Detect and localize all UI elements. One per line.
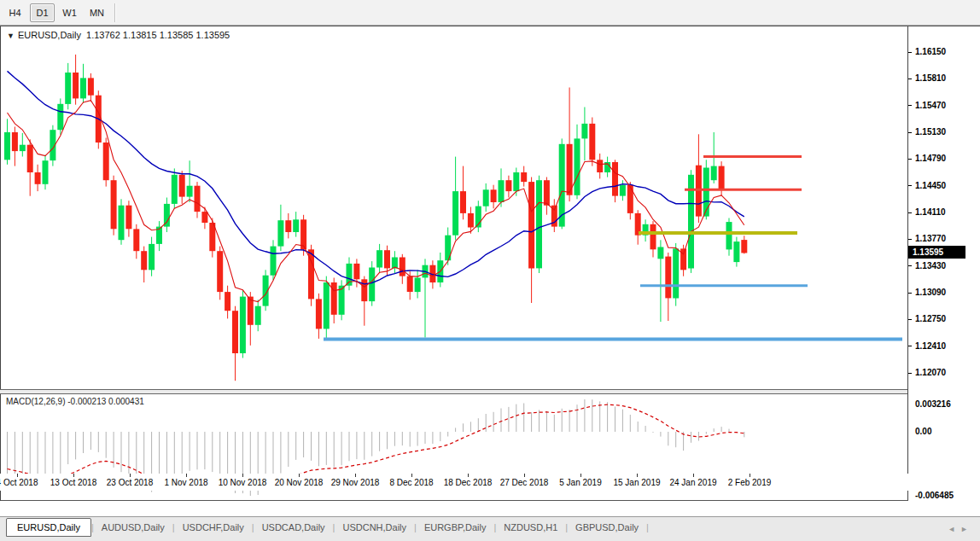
terminal-window: H4D1W1MN ▼EURUSD,Daily 1.13762 1.13815 1… bbox=[0, 0, 980, 541]
tab-scroll-left-icon[interactable]: ◄ bbox=[948, 525, 960, 533]
chart-tab-usdcad[interactable]: USDCAD,Daily bbox=[254, 519, 333, 535]
date-tick bbox=[186, 474, 187, 477]
date-tick bbox=[130, 474, 131, 477]
price-tick bbox=[908, 265, 912, 266]
price-axis-label: 1.13090 bbox=[915, 288, 946, 298]
timeframe-button-d1[interactable]: D1 bbox=[30, 3, 55, 22]
date-axis-label: 1 Nov 2018 bbox=[164, 478, 207, 487]
price-pane[interactable]: ▼EURUSD,Daily 1.13762 1.13815 1.13585 1.… bbox=[0, 26, 908, 389]
date-axis-label: 4 Oct 2018 bbox=[0, 478, 38, 487]
current-price-tag: 1.13595 bbox=[908, 246, 965, 259]
price-tick bbox=[908, 293, 912, 294]
price-axis-label: 1.12750 bbox=[915, 314, 946, 324]
date-axis-label: 20 Nov 2018 bbox=[275, 478, 324, 487]
date-tick bbox=[750, 474, 750, 477]
chart-tab-nzdusd[interactable]: NZDUSD,H1 bbox=[496, 519, 565, 535]
chart-tab-bar: EURUSD,Daily|AUDUSD,Daily|USDCHF,Daily|U… bbox=[0, 516, 980, 541]
price-axis-label: 1.13770 bbox=[915, 234, 946, 244]
date-axis-label: 10 Nov 2018 bbox=[219, 478, 267, 487]
timeframe-button-h4[interactable]: H4 bbox=[3, 3, 27, 22]
price-axis-label: 1.13430 bbox=[915, 261, 946, 271]
macd-axis-label: 0.003216 bbox=[915, 399, 951, 410]
tab-separator: | bbox=[646, 522, 649, 532]
price-tick bbox=[908, 105, 912, 106]
price-axis-label: 1.14790 bbox=[915, 154, 946, 164]
symbol-label: EURUSD,Daily bbox=[18, 30, 81, 40]
price-tick bbox=[908, 373, 912, 374]
tab-scroll-right-icon[interactable]: ► bbox=[960, 525, 973, 533]
date-tick bbox=[637, 474, 638, 477]
date-tick bbox=[17, 474, 18, 477]
price-axis-label: 1.15810 bbox=[915, 73, 946, 84]
price-axis-label: 1.14110 bbox=[915, 207, 946, 218]
toolbar-separator bbox=[114, 3, 116, 22]
chart-tab-eurgbp[interactable]: EURGBP,Daily bbox=[417, 519, 494, 535]
date-tick bbox=[468, 474, 469, 477]
date-axis-label: 15 Jan 2019 bbox=[613, 478, 660, 487]
date-tick bbox=[355, 474, 356, 477]
price-scale[interactable]: 1.13595 1.161501.158101.154701.151301.14… bbox=[907, 26, 980, 500]
date-axis[interactable]: 4 Oct 201813 Oct 201823 Oct 20181 Nov 20… bbox=[0, 474, 980, 491]
ohlc-values: 1.13762 1.13815 1.13585 1.13595 bbox=[86, 30, 230, 40]
date-axis-label: 24 Jan 2019 bbox=[669, 478, 716, 487]
collapse-triangle-icon[interactable]: ▼ bbox=[7, 32, 15, 40]
chart-tab-audusd[interactable]: AUDUSD,Daily bbox=[94, 519, 172, 535]
price-axis-label: 1.16150 bbox=[915, 47, 946, 57]
date-axis-label: 13 Oct 2018 bbox=[50, 478, 96, 487]
macd-axis-label: -0.006485 bbox=[915, 491, 954, 501]
price-tick bbox=[908, 52, 912, 53]
date-axis-label: 27 Dec 2018 bbox=[500, 478, 549, 487]
price-axis-label: 1.15130 bbox=[915, 127, 946, 137]
price-tick bbox=[908, 212, 912, 213]
price-axis-label: 1.12070 bbox=[915, 368, 946, 378]
date-tick bbox=[299, 474, 300, 477]
date-axis-label: 23 Oct 2018 bbox=[107, 478, 153, 487]
price-tick bbox=[908, 239, 912, 240]
date-axis-label: 2 Feb 2019 bbox=[728, 478, 772, 487]
date-tick bbox=[411, 474, 412, 477]
date-tick bbox=[242, 474, 243, 477]
price-tick bbox=[908, 132, 912, 133]
chart-tab-gbpusd[interactable]: GBPUSD,Daily bbox=[568, 519, 646, 535]
chart-window: ▼EURUSD,Daily 1.13762 1.13815 1.13585 1.… bbox=[0, 26, 980, 500]
price-axis-label: 1.15470 bbox=[915, 101, 946, 111]
price-tick bbox=[908, 346, 912, 346]
chart-tab-usdcnh[interactable]: USDCNH,Daily bbox=[335, 519, 414, 535]
price-tick bbox=[908, 159, 912, 160]
date-tick bbox=[580, 474, 581, 477]
price-tick bbox=[908, 79, 912, 79]
date-axis-label: 5 Jan 2019 bbox=[559, 478, 602, 487]
timeframe-button-w1[interactable]: W1 bbox=[57, 3, 82, 22]
price-axis-label: 1.14450 bbox=[915, 181, 946, 191]
date-axis-label: 8 Dec 2018 bbox=[389, 478, 433, 487]
date-axis-label: 29 Nov 2018 bbox=[331, 478, 380, 487]
macd-axis-label: 0.00 bbox=[915, 427, 931, 437]
date-tick bbox=[693, 474, 694, 477]
date-tick bbox=[524, 474, 525, 477]
date-tick bbox=[73, 474, 74, 477]
date-axis-label: 18 Dec 2018 bbox=[444, 478, 493, 487]
macd-values: -0.000213 0.000431 bbox=[67, 397, 144, 406]
price-tick bbox=[908, 185, 912, 186]
tab-scroll-arrows: ◄► bbox=[948, 525, 973, 533]
price-tick bbox=[908, 319, 912, 320]
timeframe-toolbar: H4D1W1MN bbox=[0, 0, 980, 26]
chart-tab-eurusd[interactable]: EURUSD,Daily bbox=[6, 518, 91, 537]
macd-indicator-label: MACD(12,26,9) -0.000213 0.000431 bbox=[6, 397, 144, 406]
candlestick-chart[interactable] bbox=[1, 26, 908, 389]
price-axis-label: 1.12410 bbox=[915, 341, 946, 352]
timeframe-button-mn[interactable]: MN bbox=[85, 3, 109, 22]
chart-tab-usdchf[interactable]: USDCHF,Daily bbox=[175, 519, 252, 535]
chart-title: ▼EURUSD,Daily 1.13762 1.13815 1.13585 1.… bbox=[7, 30, 230, 40]
